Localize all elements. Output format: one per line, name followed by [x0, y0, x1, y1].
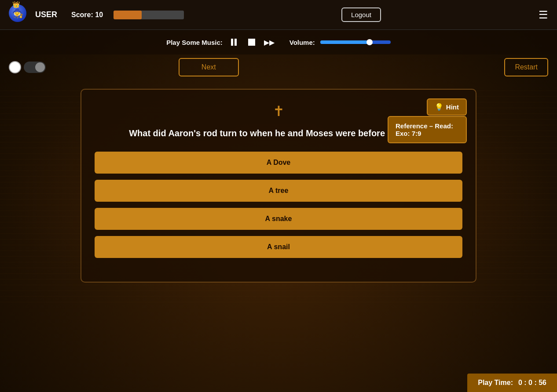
score-label: Score: 10	[71, 11, 103, 19]
header: 👑 🧙 USER Score: 10 Logout ☰	[0, 0, 557, 30]
stop-button[interactable]	[246, 36, 258, 48]
hint-bulb-icon: 💡	[435, 103, 443, 111]
reference-popup: Reference – Read: Exo: 7:9	[388, 116, 467, 143]
score-value: 10	[95, 11, 103, 18]
answers-container: A DoveA treeA snakeA snail	[95, 152, 462, 258]
progress-bar-fill	[114, 11, 142, 19]
answer-button-a3[interactable]: A snake	[95, 208, 462, 230]
volume-thumb	[366, 39, 373, 45]
playtime-value: 0 : 0 : 56	[518, 379, 546, 387]
avatar: 👑 🧙	[9, 4, 30, 25]
answer-button-a4[interactable]: A snail	[95, 236, 462, 258]
header-right: ☰	[539, 9, 548, 21]
music-label: Play Some Music:	[166, 39, 223, 46]
playtime-bar: Play Time: 0 : 0 : 56	[467, 374, 557, 392]
next-button[interactable]: Next	[179, 58, 239, 76]
header-left: 👑 🧙 USER Score: 10	[9, 4, 184, 25]
stop-icon	[248, 39, 255, 46]
volume-label: Volume:	[289, 39, 315, 46]
controls-row: Next Restart	[0, 54, 557, 80]
hamburger-button[interactable]: ☰	[539, 9, 548, 21]
toggle-knob	[9, 61, 21, 73]
music-bar: Play Some Music: ▶▶ Volume:	[0, 30, 557, 54]
quiz-card: 💡 Hint Reference – Read: Exo: 7:9 ✝ What…	[81, 89, 476, 283]
hint-label: Hint	[446, 103, 459, 111]
progress-bar-container	[114, 11, 184, 19]
pause-icon	[231, 39, 237, 46]
username-label: USER	[35, 10, 57, 19]
volume-fill	[320, 40, 370, 44]
crown-icon: 👑	[12, 1, 20, 8]
toggle-thumb	[35, 62, 45, 72]
volume-slider[interactable]	[320, 38, 391, 47]
pause-button[interactable]	[228, 36, 240, 48]
reference-text: Exo: 7:9	[396, 130, 459, 137]
reference-title: Reference – Read:	[396, 122, 459, 130]
header-center: Logout	[184, 7, 539, 22]
playtime-label: Play Time:	[478, 379, 513, 387]
main-content: 💡 Hint Reference – Read: Exo: 7:9 ✝ What…	[0, 80, 557, 291]
answer-button-a1[interactable]: A Dove	[95, 152, 462, 174]
toggle-track	[24, 62, 46, 73]
fast-forward-icon: ▶▶	[264, 38, 275, 47]
fast-forward-button[interactable]: ▶▶	[263, 36, 275, 48]
logout-button[interactable]: Logout	[341, 7, 381, 22]
volume-track	[320, 40, 391, 44]
toggle-container[interactable]	[9, 61, 46, 73]
answer-button-a2[interactable]: A tree	[95, 180, 462, 202]
restart-button[interactable]: Restart	[504, 58, 548, 76]
hint-button[interactable]: 💡 Hint	[427, 98, 467, 116]
